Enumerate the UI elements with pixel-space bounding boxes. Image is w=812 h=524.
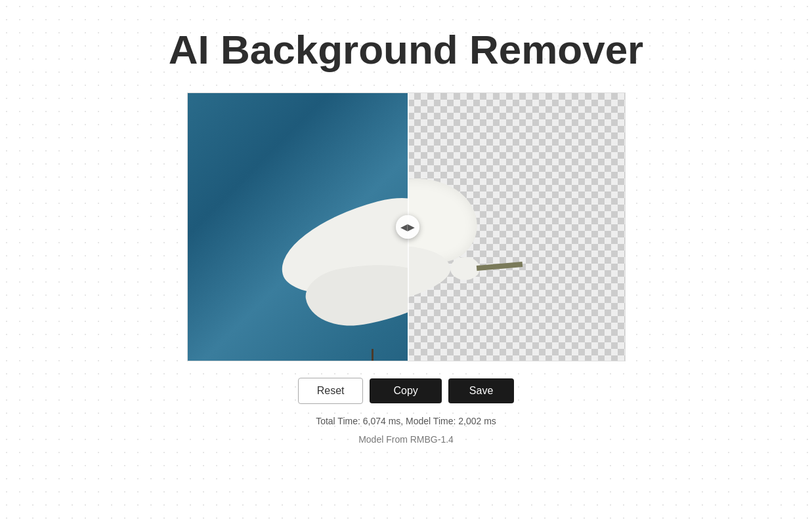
bird-body-processed bbox=[408, 172, 529, 303]
checker-background bbox=[408, 93, 626, 361]
image-compare-container[interactable]: ◀▶ bbox=[187, 92, 626, 361]
page-title: AI Background Remover bbox=[169, 26, 644, 73]
processed-bird-clip bbox=[408, 93, 626, 361]
copy-button[interactable]: Copy bbox=[370, 378, 441, 403]
bird-head-processed bbox=[450, 257, 480, 280]
reset-button[interactable]: Reset bbox=[298, 378, 364, 404]
slider-arrows-icon: ◀▶ bbox=[400, 222, 415, 232]
model-info: Model From RMBG-1.4 bbox=[358, 434, 454, 445]
compare-slider-handle[interactable]: ◀▶ bbox=[396, 215, 419, 239]
save-button[interactable]: Save bbox=[448, 378, 514, 403]
processed-image-panel bbox=[408, 93, 626, 361]
bird-beak-processed bbox=[476, 262, 522, 271]
bird-legs-original bbox=[372, 349, 374, 361]
action-buttons-row: Reset Copy Save bbox=[298, 378, 515, 404]
processed-bird-inner bbox=[408, 93, 626, 361]
timing-info: Total Time: 6,074 ms, Model Time: 2,002 … bbox=[316, 416, 496, 426]
